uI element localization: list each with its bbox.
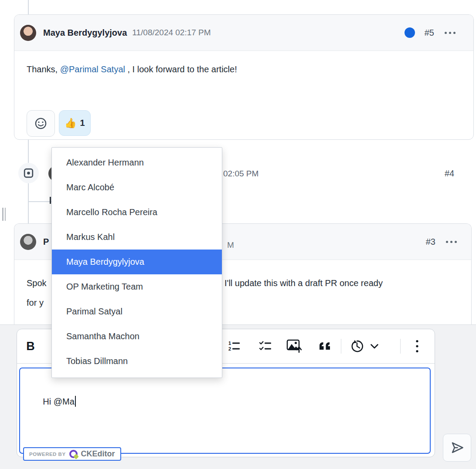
todo-list-button[interactable]	[256, 337, 275, 355]
comment-3-body-fragment: I'll update this with a draft PR once re…	[224, 278, 383, 288]
avatar-maya	[20, 25, 36, 41]
revision-history-icon	[349, 339, 365, 353]
text-caret	[75, 396, 76, 407]
mention-item[interactable]: Parimal Satyal	[52, 299, 222, 324]
smiley-icon	[34, 117, 48, 130]
numbered-list-button[interactable]: 1 2	[225, 337, 244, 355]
comment-number: #3	[426, 237, 435, 247]
body-text-post: , I look forward to the article!	[125, 64, 237, 74]
activity-4-number: #4	[445, 169, 454, 179]
mention-item[interactable]: Samantha Machon	[52, 324, 222, 349]
mention-dropdown: Alexander HermannMarc AlcobéMarcello Roc…	[51, 147, 222, 378]
author-name-fragment: P	[43, 237, 49, 247]
comment-5-header: Maya Berdygylyjova 11/08/2024 02:17 PM #…	[14, 15, 473, 51]
hidden-text-sliver	[50, 197, 51, 204]
reaction-count: 1	[80, 118, 85, 128]
mention-item[interactable]: OP Marketing Team	[52, 274, 222, 299]
more-menu-button[interactable]	[444, 30, 456, 36]
insert-image-button[interactable]	[285, 337, 304, 355]
chevron-down-icon	[370, 344, 379, 349]
add-reaction-button[interactable]	[27, 110, 55, 137]
mention-link[interactable]: @Parimal Satyal	[60, 64, 125, 74]
toolbar-separator	[341, 339, 341, 354]
block-quote-icon	[318, 341, 332, 351]
paper-plane-icon	[449, 441, 465, 455]
mention-item[interactable]: Marc Alcobé	[52, 175, 222, 200]
todo-list-icon	[259, 340, 273, 352]
unread-indicator-dot	[405, 27, 415, 38]
comment-number: #5	[425, 28, 434, 38]
timeline-line-mid	[28, 139, 29, 163]
timeline-line-bottom	[28, 183, 29, 223]
ckeditor-badge[interactable]: POWERED BY CKEditor	[23, 447, 121, 461]
comment-timestamp: 11/08/2024 02:17 PM	[132, 28, 211, 37]
revision-history-chevron[interactable]	[367, 337, 382, 355]
bold-label: B	[26, 340, 35, 353]
reactions-row: 👍 1	[27, 110, 91, 137]
timestamp-fragment: M	[227, 240, 234, 250]
editor-content-text: Hi @Ma	[43, 397, 75, 406]
mention-item[interactable]: Alexander Hermann	[52, 150, 222, 175]
square-dot-icon	[24, 168, 34, 178]
activity-type-badge	[18, 163, 39, 183]
revision-history-button[interactable]	[347, 337, 367, 355]
mention-item[interactable]: Marcello Rocha Pereira	[52, 200, 222, 225]
author-name: Maya Berdygylyjova	[43, 28, 127, 38]
powered-by-label: POWERED BY	[29, 452, 66, 457]
insert-image-icon	[286, 339, 303, 354]
thumbs-up-reaction-button[interactable]: 👍 1	[59, 110, 91, 136]
mention-item[interactable]: Tobias Dillmann	[52, 349, 222, 374]
bold-button[interactable]: B	[21, 337, 40, 355]
numbered-list-icon: 1 2	[228, 340, 241, 352]
timeline-line-top	[28, 0, 29, 14]
comment-card-5: Maya Berdygylyjova 11/08/2024 02:17 PM #…	[14, 14, 474, 140]
body-text-pre: Thanks,	[27, 64, 60, 74]
kebab-menu-icon	[416, 340, 418, 353]
ckeditor-brand-label: CKEditor	[81, 449, 115, 459]
svg-text:2: 2	[228, 346, 231, 351]
mention-item[interactable]: Markus Kahl	[52, 225, 222, 250]
send-comment-button[interactable]	[443, 434, 471, 462]
comment-5-body: Thanks, @Parimal Satyal , I look forward…	[27, 64, 237, 74]
toolbar-overflow-button[interactable]	[408, 337, 427, 355]
svg-text:1: 1	[228, 341, 231, 346]
comment-text-input[interactable]: Hi @Ma	[19, 368, 431, 454]
ckeditor-logo-icon	[69, 450, 78, 458]
comment-3-body-fragment: Spok	[27, 278, 47, 288]
activity-4-time: 02:05 PM	[223, 169, 258, 179]
timeline-connector	[28, 201, 51, 202]
panel-resize-handle[interactable]	[2, 208, 7, 221]
more-menu-button[interactable]	[445, 239, 458, 245]
avatar-parimal	[20, 234, 36, 250]
mention-item[interactable]: Maya Berdygylyjova	[52, 250, 222, 274]
comment-3-body-fragment: for y	[27, 298, 44, 308]
block-quote-button[interactable]	[316, 337, 335, 355]
thumbs-up-icon: 👍	[65, 118, 76, 129]
toolbar-separator	[400, 339, 401, 354]
